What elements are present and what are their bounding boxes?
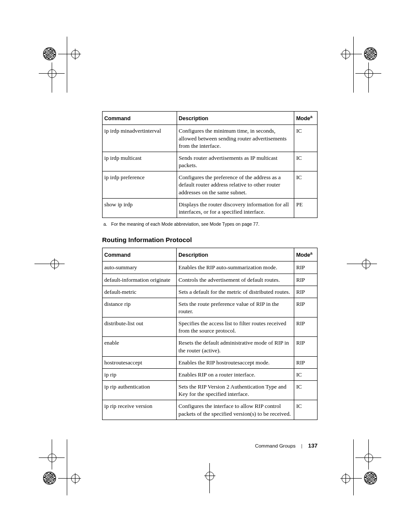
mode-cell: IC bbox=[294, 125, 318, 152]
table-header-mode: Modea bbox=[294, 248, 318, 261]
footer-page-number: 137 bbox=[308, 442, 318, 449]
cmd-cell: show ip irdp bbox=[103, 198, 177, 218]
table-header-description: Description bbox=[177, 248, 294, 261]
cmd-cell: ip irdp preference bbox=[103, 171, 177, 198]
table-header-command: Command bbox=[103, 112, 177, 125]
mode-cell: IC bbox=[294, 400, 318, 420]
desc-cell: Configures the interface to allow RIP co… bbox=[177, 400, 294, 420]
desc-cell: Sets the route preference value of RIP i… bbox=[177, 298, 294, 317]
mode-cell: IC bbox=[294, 368, 318, 380]
mode-cell: RIP bbox=[294, 261, 318, 274]
desc-cell: Enables RIP on a router interface. bbox=[177, 368, 294, 380]
mode-cell: RIP bbox=[294, 317, 318, 337]
table-footnote: a.For the meaning of each Mode abbreviat… bbox=[102, 221, 318, 227]
irdp-commands-table: Command Description Modea ip irdp minadv… bbox=[102, 111, 318, 218]
desc-cell: Enables the RIP hostroutesaccept mode. bbox=[177, 356, 294, 368]
cmd-cell: ip irdp minadvertinterval bbox=[103, 125, 177, 152]
rip-commands-table: Command Description Modea auto-summary E… bbox=[102, 248, 318, 420]
mode-cell: IC bbox=[294, 171, 318, 198]
desc-cell: Configures the preference of the address… bbox=[177, 171, 294, 198]
desc-cell: Enables the RIP auto-summarization mode. bbox=[177, 261, 294, 274]
mode-cell: RIP bbox=[294, 356, 318, 368]
desc-cell: Displays the router discovery informatio… bbox=[177, 198, 294, 218]
mode-cell: RIP bbox=[294, 286, 318, 298]
desc-cell: Sends router advertisements as IP multic… bbox=[177, 152, 294, 171]
cmd-cell: distribute-list out bbox=[103, 317, 177, 337]
cmd-cell: distance rip bbox=[103, 298, 177, 317]
desc-cell: Configures the minimum time, in seconds,… bbox=[177, 125, 294, 152]
cmd-cell: ip irdp multicast bbox=[103, 152, 177, 171]
section-heading-rip: Routing Information Protocol bbox=[102, 236, 318, 243]
cmd-cell: ip rip authentication bbox=[103, 381, 177, 400]
table-header-command: Command bbox=[103, 248, 177, 261]
mode-cell: PE bbox=[294, 198, 318, 218]
footnote-text: For the meaning of each Mode abbreviatio… bbox=[111, 221, 259, 227]
mode-cell: IC bbox=[294, 381, 318, 400]
desc-cell: Sets a default for the metric of distrib… bbox=[177, 286, 294, 298]
footer-separator: | bbox=[301, 443, 302, 448]
footer-section: Command Groups bbox=[255, 443, 296, 448]
table-header-mode: Modea bbox=[294, 112, 318, 125]
page-footer: Command Groups | 137 bbox=[0, 442, 318, 449]
cmd-cell: ip rip receive version bbox=[103, 400, 177, 420]
footnote-marker: a. bbox=[103, 221, 111, 227]
cmd-cell: hostroutesaccept bbox=[103, 356, 177, 368]
cmd-cell: ip rip bbox=[103, 368, 177, 380]
cmd-cell: auto-summary bbox=[103, 261, 177, 274]
desc-cell: Sets the RIP Version 2 Authentication Ty… bbox=[177, 381, 294, 400]
mode-cell: IC bbox=[294, 152, 318, 171]
cmd-cell: default-metric bbox=[103, 286, 177, 298]
desc-cell: Resets the default administrative mode o… bbox=[177, 337, 294, 356]
desc-cell: Specifies the access list to filter rout… bbox=[177, 317, 294, 337]
cmd-cell: enable bbox=[103, 337, 177, 356]
cmd-cell: default-information originate bbox=[103, 274, 177, 286]
mode-cell: RIP bbox=[294, 298, 318, 317]
mode-cell: RIP bbox=[294, 337, 318, 356]
desc-cell: Controls the advertisement of default ro… bbox=[177, 274, 294, 286]
table-header-description: Description bbox=[177, 112, 294, 125]
page-content: Command Description Modea ip irdp minadv… bbox=[102, 111, 318, 420]
mode-cell: RIP bbox=[294, 274, 318, 286]
